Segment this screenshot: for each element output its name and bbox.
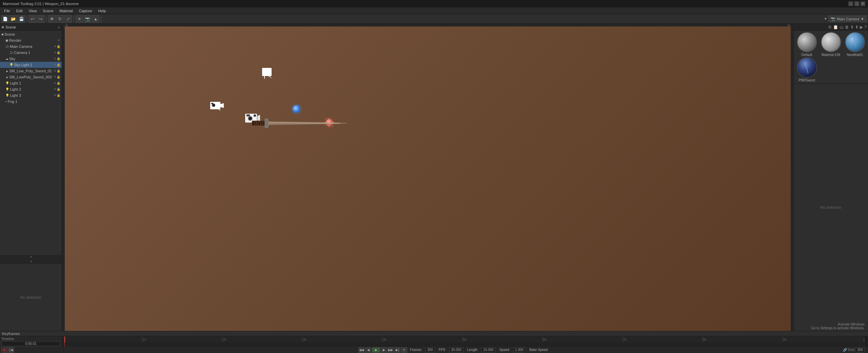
light1-lock[interactable]: 🔒 — [57, 81, 60, 85]
mat-newmat01[interactable]: NewMat01 — [843, 32, 867, 57]
menu-edit[interactable]: Edit — [14, 8, 25, 14]
toolbar-open[interactable]: 📂 — [9, 15, 17, 23]
menu-scene[interactable]: Scene — [40, 8, 56, 14]
tl-next-frame[interactable]: ▶ — [381, 347, 387, 353]
menu-capture[interactable]: Capture — [76, 8, 95, 14]
tl-scroll-down[interactable]: ▼ — [863, 339, 865, 342]
timeline-scroll-bar[interactable] — [865, 336, 868, 347]
tree-item-light-3[interactable]: 💡 Light 3 👁 🔒 — [0, 92, 62, 98]
speed-value[interactable]: 1.000 — [513, 347, 525, 352]
tree-item-sky-light-1[interactable]: 💡 Sky Light 1 👁 🔒 — [0, 62, 62, 68]
sword01-lock[interactable]: 🔒 — [57, 69, 60, 73]
frames-value[interactable]: 300 — [426, 347, 435, 352]
menu-material[interactable]: Material — [57, 8, 76, 14]
toolbar-rotate[interactable]: ↻ — [56, 15, 64, 23]
light2-lock[interactable]: 🔒 — [57, 88, 60, 91]
tree-item-light-1[interactable]: 💡 Light 1 👁 🔒 — [0, 80, 62, 86]
toolbar-undo[interactable]: ↩ — [29, 15, 36, 23]
scene-scroll-up[interactable]: ▲ — [57, 25, 60, 29]
toolbar-new[interactable]: 📄 — [1, 15, 9, 23]
viewport-light-object-top[interactable]: ↖ — [262, 68, 272, 76]
viewport-camera-object[interactable]: ↖ — [210, 102, 220, 109]
viewport[interactable]: ◄ ► ↖ ↖ — [62, 24, 793, 331]
viewport-sword-mesh[interactable] — [252, 115, 347, 132]
tree-item-render[interactable]: ▣ Render 👁 — [0, 37, 62, 43]
rp-icon-help[interactable]: ? — [864, 25, 867, 30]
tree-item-light-2[interactable]: 💡 Light 2 👁 🔒 — [0, 86, 62, 92]
sky-lock[interactable]: 🔒 — [57, 57, 60, 60]
tl-play[interactable]: ▶ — [372, 347, 380, 353]
toolbar-redo[interactable]: ↪ — [37, 15, 44, 23]
tree-item-camera-1[interactable]: 🎥 Camera 1 👁 🔒 — [0, 50, 62, 56]
vp-scroll-left[interactable]: ◄ — [65, 24, 68, 26]
mat-default[interactable]: Default — [795, 32, 818, 57]
tl-scroll-up[interactable]: ▲ — [863, 337, 865, 339]
toolbar-mesh[interactable]: ▲ — [92, 15, 99, 23]
menu-help[interactable]: Help — [96, 8, 109, 14]
rp-icon-3[interactable]: 🗂 — [840, 25, 844, 30]
length-value[interactable]: 10.000 — [481, 347, 495, 352]
fps-value[interactable]: 30.000 — [449, 347, 463, 352]
close-button[interactable]: ✕ — [861, 1, 865, 6]
maximize-button[interactable]: □ — [854, 1, 859, 6]
tree-item-scene[interactable]: ◆ Scene — [0, 31, 62, 37]
scene-tree-scroll-up[interactable]: ▲ — [0, 259, 62, 263]
light3-lock[interactable]: 🔒 — [57, 94, 60, 97]
tree-item-sky[interactable]: ☁ Sky 👁 🔒 — [0, 56, 62, 62]
toolbar-sep-3 — [74, 16, 74, 22]
tl-record[interactable]: ● — [1, 347, 7, 353]
rp-icon-2[interactable]: 📋 — [833, 25, 838, 30]
tl-last[interactable]: ▶| — [394, 347, 400, 353]
toolbar-move[interactable]: ✥ — [48, 15, 56, 23]
toolbar-save[interactable]: 💾 — [18, 15, 25, 23]
tree-item-fog-1[interactable]: ≈ Fog 1 — [0, 98, 62, 105]
toolbar-camera[interactable]: 📷 — [84, 15, 91, 23]
sky-light-1-eye[interactable]: 👁 — [54, 63, 57, 67]
tree-item-sword-01[interactable]: ▲ SM_Low_Poly_Sword_01 👁 🔒 — [0, 68, 62, 74]
sword003-lock[interactable]: 🔒 — [57, 75, 60, 79]
tl-loop[interactable]: ↻ — [401, 347, 407, 353]
camera-selector[interactable]: 📷 Main Camera ▼ — [828, 16, 867, 22]
rp-icon-6[interactable]: ⬇ — [855, 25, 859, 30]
sky-eye[interactable]: 👁 — [54, 57, 57, 60]
minimize-button[interactable]: ─ — [848, 1, 853, 6]
rp-icon-5[interactable]: ⬆ — [850, 25, 854, 30]
mat-m28-label: Material #28 — [822, 53, 840, 57]
sword01-eye[interactable]: 👁 — [54, 69, 57, 73]
camera1-eye[interactable]: 👁 — [54, 51, 57, 54]
tl-prev-frame[interactable]: ◀ — [365, 347, 371, 353]
mat-m28[interactable]: Material #28 — [819, 32, 843, 57]
ruler-mark-4s: 4s — [382, 336, 386, 342]
vp-corner-tl — [62, 24, 65, 26]
frames-label: Frames — [410, 348, 421, 352]
tl-first[interactable]: |◀ — [8, 347, 14, 353]
light3-eye[interactable]: 👁 — [54, 94, 57, 97]
timeline-playhead[interactable] — [64, 336, 65, 342]
mat-pbrsword[interactable]: PBRSword — [795, 57, 818, 82]
scene-tree-scroll-down[interactable]: ▼ — [0, 255, 62, 259]
vp-scroll-right[interactable]: ► — [787, 24, 791, 26]
light1-eye[interactable]: 👁 — [54, 81, 57, 85]
tl-next-key[interactable]: ▶▶ — [388, 347, 394, 353]
main-camera-lock[interactable]: 🔒 — [57, 45, 60, 48]
tl-left-controls: ● |◀ — [1, 347, 63, 353]
toolbar-scale[interactable]: ⤢ — [64, 15, 72, 23]
rp-icon-7[interactable]: ▶ — [860, 25, 863, 30]
rp-icon-4[interactable]: 🗑 — [845, 25, 849, 30]
menu-view[interactable]: View — [26, 8, 40, 14]
viewport-point-light-blue[interactable] — [293, 105, 300, 113]
tree-item-main-camera[interactable]: 🎥 Main Camera 👁 🔒 — [0, 43, 62, 50]
tree-item-sword-003[interactable]: ▲ SM_LowPoly_Sword_003 👁 🔒 — [0, 74, 62, 80]
light2-eye[interactable]: 👁 — [54, 88, 57, 91]
render-eye[interactable]: 👁 — [57, 39, 60, 42]
sword003-eye[interactable]: 👁 — [54, 75, 57, 79]
tl-prev-key[interactable]: ◀◀ — [358, 347, 364, 353]
sky-light-1-lock[interactable]: 🔒 — [57, 63, 60, 67]
menu-file[interactable]: File — [1, 8, 13, 14]
main-camera-eye[interactable]: 👁 — [54, 45, 57, 48]
right-no-selection: No Selection — [820, 205, 841, 209]
toolbar-light[interactable]: ☀ — [76, 15, 83, 23]
rp-icon-1[interactable]: ⚙ — [828, 25, 832, 30]
tl-end-value[interactable]: 300 — [855, 347, 865, 352]
camera1-lock[interactable]: 🔒 — [57, 51, 60, 54]
